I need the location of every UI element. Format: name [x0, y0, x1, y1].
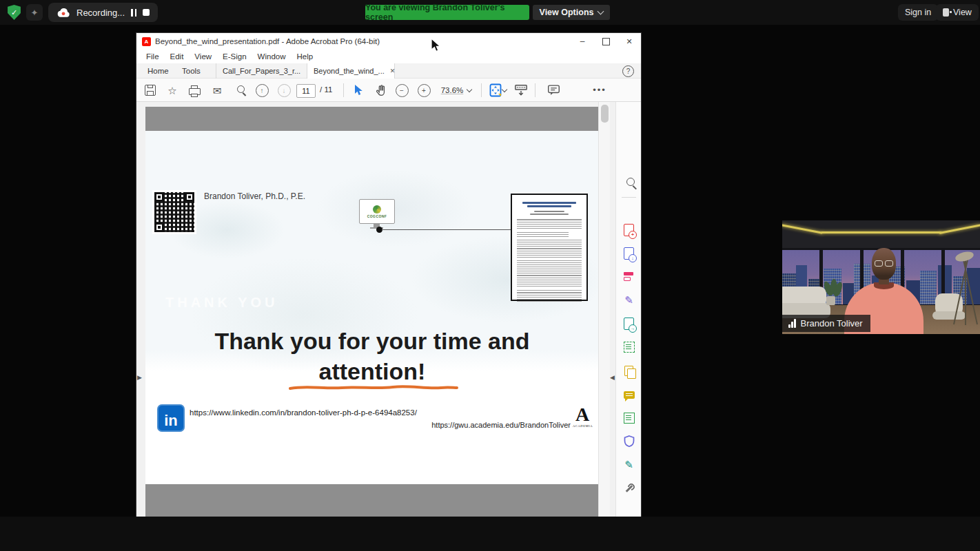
- tripod-lamp: [965, 259, 966, 325]
- find-button[interactable]: [231, 81, 249, 99]
- page-down-icon: ↓: [278, 84, 291, 97]
- next-page-button[interactable]: ↓: [275, 81, 293, 99]
- tab-home[interactable]: Home: [141, 63, 176, 79]
- save-icon: [145, 85, 156, 96]
- sidebar-search-tool[interactable]: [616, 175, 641, 191]
- create-pdf-icon: [624, 224, 634, 236]
- scrollbar-thumb[interactable]: [601, 105, 609, 123]
- print-button[interactable]: [185, 81, 203, 99]
- sidebar-print-production-tool[interactable]: [616, 410, 641, 426]
- acrobat-window: A Beyond_the_wind_presentation.pdf - Ado…: [136, 33, 641, 517]
- maximize-button[interactable]: [594, 33, 617, 50]
- star-icon: ☆: [167, 85, 176, 96]
- tools-sidebar: ✎ ✎ →: [615, 102, 641, 517]
- sidebar-organize-pages-tool[interactable]: [616, 362, 641, 379]
- security-shield-icon[interactable]: ✓: [7, 5, 21, 20]
- zoom-bottom-toolbar: Mute Start Video 15: [0, 517, 980, 551]
- sidebar-create-pdf-tool[interactable]: [616, 222, 641, 238]
- menu-window[interactable]: Window: [252, 52, 292, 61]
- comment-icon: [624, 391, 635, 399]
- sparkle-icon: ✦: [31, 8, 39, 18]
- select-tool-button[interactable]: [349, 81, 367, 99]
- linkedin-url: https://www.linkedin.com/in/brandon-toli…: [190, 408, 417, 417]
- scroll-mode-button[interactable]: [512, 81, 530, 99]
- stop-recording-button[interactable]: [143, 9, 150, 16]
- view-layout-button[interactable]: View: [936, 4, 979, 21]
- more-tools-button[interactable]: •••: [591, 81, 609, 99]
- led-strip: [821, 231, 942, 233]
- previous-page-button[interactable]: ↑: [253, 81, 271, 99]
- comment-button[interactable]: [544, 81, 562, 99]
- wrench-icon: [624, 483, 635, 494]
- window-title: Beyond_the_wind_presentation.pdf - Adobe…: [155, 37, 380, 45]
- sidebar-request-signatures-tool[interactable]: [616, 315, 641, 332]
- search-icon: [237, 85, 245, 93]
- hand-tool-button[interactable]: [371, 81, 389, 99]
- vertical-scrollbar[interactable]: [598, 102, 610, 517]
- sidebar-certificates-tool[interactable]: ✎: [616, 457, 641, 473]
- view-options-button[interactable]: View Options: [533, 5, 610, 20]
- mouse-cursor: [431, 38, 442, 53]
- plant-pot: [826, 296, 835, 305]
- certificates-icon: ✎: [624, 459, 633, 471]
- help-button[interactable]: ?: [622, 65, 634, 77]
- sidebar-comment-tool[interactable]: [616, 386, 641, 403]
- nav-pane-toggle[interactable]: ▶: [137, 374, 142, 381]
- minimize-button[interactable]: –: [571, 33, 594, 50]
- sidebar-scan-ocr-tool[interactable]: [616, 339, 641, 355]
- globe-icon: [373, 205, 381, 214]
- participant-name-tag: Brandon Toliver: [782, 315, 870, 332]
- slide-watermark: THANK YOU: [165, 295, 278, 311]
- page-number-input[interactable]: 11: [296, 84, 316, 98]
- qr-code: [152, 190, 196, 234]
- glasses: [873, 260, 895, 267]
- page-up-icon: ↑: [256, 84, 269, 97]
- plus-icon: +: [418, 84, 431, 97]
- zoom-in-button[interactable]: +: [415, 81, 433, 99]
- acrobat-titlebar[interactable]: A Beyond_the_wind_presentation.pdf - Ado…: [136, 33, 641, 50]
- hand-icon: [374, 84, 386, 96]
- printer-icon: [189, 88, 201, 95]
- audio-level-icon: [788, 319, 796, 328]
- doc-tab-beyond-the-wind[interactable]: Beyond_the_wind_... ✕: [307, 63, 395, 79]
- pause-recording-button[interactable]: [131, 9, 136, 17]
- sign-in-button[interactable]: Sign in: [898, 4, 938, 21]
- sidebar-fill-sign-tool[interactable]: ✎: [616, 292, 641, 309]
- close-button[interactable]: ✕: [617, 33, 641, 50]
- sidebar-export-pdf-tool[interactable]: [616, 245, 641, 262]
- menu-help[interactable]: Help: [292, 52, 319, 61]
- chevron-down-icon: [467, 87, 472, 92]
- menu-view[interactable]: View: [189, 52, 217, 61]
- sidebar-protect-tool[interactable]: [616, 433, 641, 450]
- orange-underline: [288, 383, 459, 391]
- slide-heading: Thank you for your time and attention!: [145, 326, 599, 386]
- menu-file[interactable]: File: [141, 52, 165, 61]
- chevron-down-icon: [598, 8, 604, 15]
- shield-icon: [624, 435, 635, 448]
- zoom-out-button[interactable]: −: [393, 81, 411, 99]
- tab-tools[interactable]: Tools: [175, 63, 207, 79]
- participant-video[interactable]: Brandon Toliver: [782, 220, 980, 334]
- acrobat-app-icon: A: [142, 37, 151, 46]
- menu-edit[interactable]: Edit: [165, 52, 190, 61]
- menu-esign[interactable]: E-Sign: [217, 52, 252, 61]
- sidebar-add-tools[interactable]: [616, 480, 641, 497]
- tools-pane-toggle[interactable]: ◀: [610, 374, 615, 381]
- viewing-screen-banner: You are viewing Brandon Toliver's screen: [365, 5, 529, 20]
- tab-close-icon[interactable]: ✕: [390, 67, 396, 74]
- save-button[interactable]: [141, 81, 159, 99]
- print-production-icon: [624, 413, 635, 424]
- comment-icon: [547, 84, 560, 96]
- fit-options-chevron[interactable]: [500, 81, 509, 99]
- paper-thumbnail: [511, 194, 588, 301]
- doc-tab-call-for-papers[interactable]: Call_For_Papers_3_r...: [216, 63, 307, 79]
- sidebar-edit-pdf-tool[interactable]: [616, 269, 641, 285]
- conference-logo: COGCONF: [359, 199, 395, 224]
- academia-url: https://gwu.academia.edu/BrandonToliver: [380, 421, 571, 429]
- pointer-icon: [353, 84, 364, 96]
- email-button[interactable]: ✉: [208, 81, 226, 99]
- star-button[interactable]: ☆: [163, 81, 181, 99]
- ai-companion-button[interactable]: ✦: [26, 4, 43, 21]
- zoom-level-dropdown[interactable]: 73.6%: [437, 83, 476, 98]
- scan-ocr-icon: [624, 342, 635, 353]
